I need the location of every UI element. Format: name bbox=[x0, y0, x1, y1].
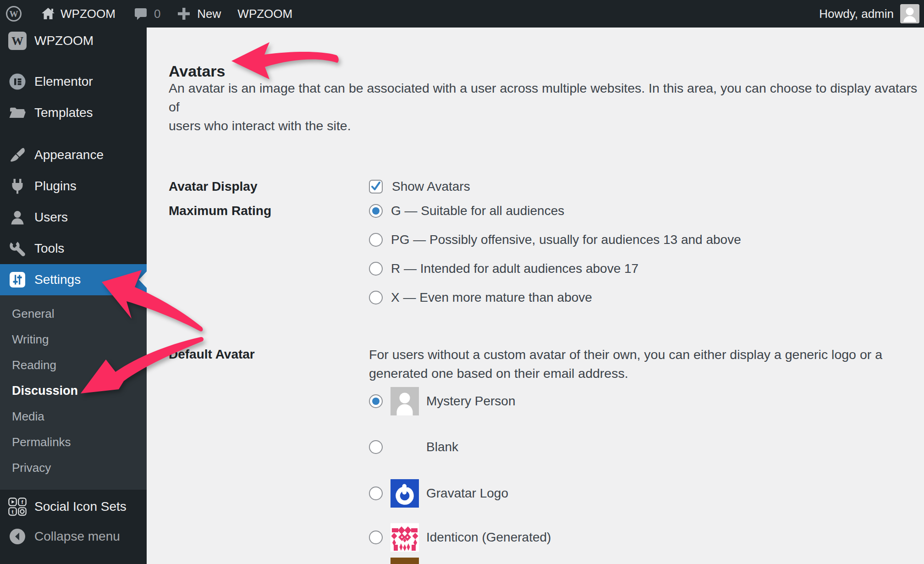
svg-text:f: f bbox=[21, 499, 23, 505]
default-avatar-description: For users without a custom avatar of the… bbox=[369, 345, 882, 383]
avatars-intro-text: An avatar is an image that can be associ… bbox=[169, 79, 924, 135]
maximum-rating-label: Maximum Rating bbox=[169, 204, 271, 218]
default-avatar-label: Default Avatar bbox=[169, 347, 255, 362]
sidebar-item-templates[interactable]: Templates bbox=[0, 97, 147, 128]
sidebar-item-label: Users bbox=[34, 210, 68, 225]
sidebar-item-label: Appearance bbox=[34, 148, 104, 162]
sidebar-item-users[interactable]: Users bbox=[0, 202, 147, 233]
sidebar-item-writing[interactable]: Writing bbox=[0, 326, 147, 352]
show-avatars-option: Show Avatars bbox=[369, 179, 470, 194]
checkmark-icon bbox=[370, 181, 382, 193]
blank-avatar-image bbox=[390, 433, 419, 461]
wordpress-logo-menu[interactable]: W bbox=[6, 0, 22, 28]
view-site-label: WPZOOM bbox=[237, 7, 292, 21]
sidebar-item-reading[interactable]: Reading bbox=[0, 352, 147, 378]
elementor-icon bbox=[8, 72, 27, 91]
avatar-option-mystery-person: Mystery Person bbox=[369, 387, 516, 415]
avatars-section-title: Avatars bbox=[169, 62, 225, 80]
admin-sidebar: W WPZOOM Elementor bbox=[0, 28, 147, 564]
svg-text:W: W bbox=[11, 34, 23, 48]
plus-icon bbox=[177, 7, 191, 21]
svg-text:t: t bbox=[12, 509, 14, 515]
user-avatar bbox=[900, 4, 919, 23]
sidebar-item-tools[interactable]: Tools bbox=[0, 233, 147, 264]
sidebar-item-wpzoom-brand[interactable]: W WPZOOM bbox=[0, 28, 147, 54]
sidebar-item-appearance[interactable]: Appearance bbox=[0, 139, 147, 171]
gravatar-logo-radio[interactable] bbox=[369, 487, 383, 500]
show-avatars-label[interactable]: Show Avatars bbox=[392, 179, 470, 194]
sidebar-item-label: Plugins bbox=[34, 179, 77, 194]
sidebar-item-plugins[interactable]: Plugins bbox=[0, 171, 147, 202]
sidebar-item-permalinks[interactable]: Permalinks bbox=[0, 429, 147, 455]
rating-g-label[interactable]: G — Suitable for all audiences bbox=[391, 204, 564, 218]
next-avatar-partial-image bbox=[390, 558, 419, 564]
account-menu[interactable]: Howdy, admin bbox=[819, 0, 919, 28]
sidebar-item-social-icon-sets[interactable]: f t Social Icon Sets bbox=[0, 491, 147, 522]
rating-x-label[interactable]: X — Even more mature than above bbox=[391, 290, 592, 305]
sidebar-item-label: Settings bbox=[34, 272, 81, 287]
rating-r-radio[interactable] bbox=[369, 262, 383, 276]
collapse-menu-button[interactable]: Collapse menu bbox=[0, 521, 147, 552]
new-content-menu[interactable]: New bbox=[177, 0, 221, 28]
rating-option-g: G — Suitable for all audiences bbox=[369, 204, 564, 218]
identicon-radio[interactable] bbox=[369, 531, 383, 544]
sidebar-item-label: Tools bbox=[34, 241, 64, 256]
rating-x-radio[interactable] bbox=[369, 291, 383, 304]
sidebar-item-label: Social Icon Sets bbox=[34, 499, 126, 514]
sidebar-item-discussion[interactable]: Discussion bbox=[0, 378, 147, 404]
sidebar-item-elementor[interactable]: Elementor bbox=[0, 66, 147, 97]
sidebar-item-label: Templates bbox=[34, 105, 93, 120]
sidebar-item-label: WPZOOM bbox=[34, 33, 94, 48]
rating-pg-radio[interactable] bbox=[369, 233, 383, 247]
wordpress-admin-screen: W WPZOOM 0 New WPZOOM Howd bbox=[0, 0, 924, 564]
avatar-option-identicon: Identicon (Generated) bbox=[369, 523, 551, 552]
mystery-person-avatar-image bbox=[390, 387, 419, 415]
blank-radio[interactable] bbox=[369, 440, 383, 454]
current-menu-notch bbox=[139, 271, 147, 288]
paintbrush-icon bbox=[8, 146, 27, 164]
gravatar-logo-image bbox=[390, 479, 419, 508]
user-icon bbox=[8, 208, 27, 227]
sidebar-item-privacy[interactable]: Privacy bbox=[0, 455, 147, 481]
social-icon-sets-icon: f t bbox=[8, 498, 27, 516]
avatar-display-label: Avatar Display bbox=[169, 179, 258, 194]
rating-option-x: X — Even more mature than above bbox=[369, 290, 592, 305]
collapse-arrow-icon bbox=[8, 527, 27, 546]
rating-r-label[interactable]: R — Intended for adult audiences above 1… bbox=[391, 261, 638, 276]
gravatar-logo-label[interactable]: Gravatar Logo bbox=[426, 486, 508, 501]
site-home-label: WPZOOM bbox=[60, 7, 116, 21]
blank-label[interactable]: Blank bbox=[426, 440, 458, 454]
wordpress-logo-icon: W bbox=[6, 6, 22, 22]
identicon-label[interactable]: Identicon (Generated) bbox=[426, 530, 551, 545]
comment-bubble-icon bbox=[134, 7, 148, 21]
mystery-person-radio[interactable] bbox=[369, 394, 383, 408]
folder-icon bbox=[8, 104, 27, 122]
comments-count: 0 bbox=[154, 7, 160, 21]
avatar-option-gravatar-logo: Gravatar Logo bbox=[369, 479, 508, 508]
wrench-icon bbox=[8, 239, 27, 258]
admin-bar: W WPZOOM 0 New WPZOOM Howd bbox=[0, 0, 924, 28]
rating-option-pg: PG — Possibly offensive, usually for aud… bbox=[369, 232, 741, 247]
settings-submenu: General Writing Reading Discussion Media… bbox=[0, 295, 147, 490]
discussion-settings-content: Avatars An avatar is an image that can b… bbox=[147, 28, 924, 564]
rating-pg-label[interactable]: PG — Possibly offensive, usually for aud… bbox=[391, 232, 741, 247]
sidebar-item-settings[interactable]: Settings bbox=[0, 264, 147, 295]
new-label: New bbox=[197, 7, 221, 21]
avatar-option-blank: Blank bbox=[369, 433, 458, 461]
identicon-image bbox=[390, 523, 419, 552]
rating-option-r: R — Intended for adult audiences above 1… bbox=[369, 261, 638, 276]
wpzoom-brand-icon: W bbox=[8, 32, 27, 50]
plug-icon bbox=[8, 177, 27, 195]
sidebar-item-general[interactable]: General bbox=[0, 301, 147, 326]
sidebar-item-label: Elementor bbox=[34, 74, 93, 89]
settings-sliders-icon bbox=[8, 271, 27, 289]
rating-g-radio[interactable] bbox=[369, 204, 383, 218]
sidebar-item-label: Collapse menu bbox=[34, 529, 120, 544]
show-avatars-checkbox[interactable] bbox=[369, 180, 383, 194]
mystery-person-label[interactable]: Mystery Person bbox=[426, 394, 516, 409]
svg-text:W: W bbox=[10, 9, 18, 19]
site-home-link[interactable]: WPZOOM bbox=[41, 0, 116, 28]
view-site-link[interactable]: WPZOOM bbox=[237, 0, 292, 28]
comments-menu[interactable]: 0 bbox=[134, 0, 160, 28]
sidebar-item-media[interactable]: Media bbox=[0, 404, 147, 429]
